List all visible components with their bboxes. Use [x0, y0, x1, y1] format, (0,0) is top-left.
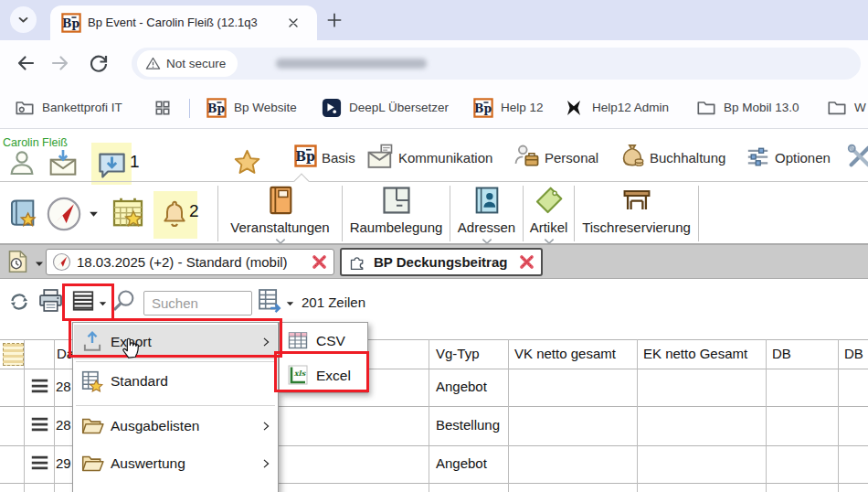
message-inbox-icon[interactable]	[96, 148, 128, 180]
column-header-db2[interactable]: DB	[844, 346, 863, 361]
submenu-item-label: Excel	[316, 358, 351, 392]
caret-down-icon[interactable]	[88, 209, 100, 220]
user-icon[interactable]	[7, 148, 37, 177]
module-kommunikation[interactable]: Kommunikation	[398, 150, 492, 166]
folder-icon[interactable]	[827, 98, 847, 118]
reload-icon[interactable]	[88, 52, 110, 74]
folder-open-icon	[80, 452, 104, 476]
cell-date: 28	[56, 379, 71, 394]
deepl-icon[interactable]	[322, 98, 342, 118]
history-doc-icon[interactable]	[5, 249, 30, 274]
bookmark-bankettprofi-it[interactable]: Bankettprofi IT	[42, 101, 122, 114]
tab-search-button[interactable]	[10, 6, 37, 33]
search-input[interactable]	[143, 291, 252, 316]
tools-icon[interactable]	[847, 144, 868, 169]
bookmark-help12[interactable]: Help 12	[501, 101, 544, 114]
column-header-vg-typ[interactable]: Vg-Typ	[436, 346, 480, 361]
doc-tab-deckungsbeitrag[interactable]: BP Deckungsbeitrag	[340, 248, 543, 276]
alerts-badge: 2	[189, 201, 199, 221]
favorites-book-icon[interactable]	[7, 198, 38, 229]
navigator-icon[interactable]	[46, 196, 82, 232]
menu-item-ausgabelisten[interactable]: Ausgabelisten	[74, 409, 277, 444]
submenu-item-csv[interactable]: CSV	[281, 324, 366, 358]
browser-tab[interactable]: Bp Bp Event - Carolin Fleiß (12.1q3	[50, 5, 317, 40]
mail-inbox-icon[interactable]	[46, 148, 80, 177]
apps-grid-icon[interactable]	[153, 99, 172, 117]
chevron-down-icon	[15, 11, 32, 28]
ribbon-adressen[interactable]: Adressen	[450, 184, 523, 242]
row-menu-icon[interactable]	[27, 453, 52, 473]
close-tab-icon[interactable]	[311, 253, 328, 271]
kommunikation-icon	[366, 143, 394, 170]
doc-tab-standard[interactable]: 18.03.2025 (+2) - Standard (mobil)	[46, 249, 334, 275]
grid-menu-icon[interactable]	[71, 289, 95, 313]
buchhaltung-icon	[619, 142, 646, 169]
bookmark-w[interactable]: W	[854, 101, 866, 114]
ribbon-label: Raumbelegung	[343, 219, 450, 235]
menu-item-label: Buchhaltung	[111, 484, 189, 492]
caret-down-icon[interactable]	[285, 299, 295, 309]
forward-icon[interactable]	[49, 52, 71, 74]
ribbon-raumbelegung[interactable]: Raumbelegung	[343, 184, 450, 242]
favorites-star-icon[interactable]	[232, 147, 262, 177]
export-grid-icon[interactable]	[257, 287, 283, 314]
row-menu-icon[interactable]	[27, 414, 52, 434]
bookmark-help12-admin[interactable]: Help12 Admin	[592, 101, 669, 114]
printer-icon[interactable]	[37, 287, 64, 314]
refresh-icon[interactable]	[7, 290, 31, 314]
folder-gear-icon[interactable]	[15, 98, 35, 118]
folder-icon[interactable]	[696, 98, 716, 118]
bookmark-bp-website[interactable]: Bp Website	[234, 101, 297, 114]
address-bar[interactable]: Not secure	[132, 48, 861, 80]
submenu-item-excel[interactable]: xls Excel	[281, 358, 366, 392]
grid-context-menu: Export Standard Ausgabelisten Auswertung…	[72, 322, 279, 492]
menu-item-export[interactable]: Export	[74, 325, 277, 359]
caret-down-icon[interactable]	[98, 299, 108, 309]
bp-bookmark-icon[interactable]: Bp	[206, 98, 227, 118]
security-label: Not secure	[166, 57, 226, 70]
personal-icon	[513, 143, 540, 169]
doc-tab-label: BP Deckungsbeitrag	[374, 254, 507, 270]
module-buchhaltung[interactable]: Buchhaltung	[650, 150, 725, 166]
user-name: Carolin Fleiß	[3, 136, 68, 149]
ribbon-artikel[interactable]: Artikel	[524, 184, 574, 242]
module-personal[interactable]: Personal	[545, 150, 598, 166]
bp-favicon-icon: Bp	[61, 13, 81, 33]
tab-close-icon[interactable]	[286, 16, 301, 30]
cell-date: 28	[56, 417, 71, 433]
bp-help-icon[interactable]: Bp	[473, 98, 493, 118]
column-header-db[interactable]: DB	[772, 346, 791, 361]
bookmarks-bar: Bankettprofi IT Bp Bp Website DeepL Über…	[0, 88, 868, 129]
chevron-down-icon	[480, 234, 494, 243]
new-tab-icon[interactable]	[325, 11, 344, 29]
column-header-vk-netto[interactable]: VK netto gesamt	[514, 346, 616, 361]
menu-item-buchhaltung[interactable]: Buchhaltung	[74, 484, 277, 492]
row-menu-icon[interactable]	[27, 376, 52, 396]
column-header-ek-netto[interactable]: EK netto Gesamt	[643, 346, 747, 361]
module-basis[interactable]: Basis	[322, 150, 355, 166]
puzzle-icon	[348, 252, 367, 272]
close-tab-icon[interactable]	[518, 253, 535, 271]
cell-type: Bestellung	[436, 417, 500, 433]
ribbon-veranstaltungen[interactable]: Veranstaltungen	[218, 184, 342, 242]
export-submenu: CSV xls Excel	[279, 322, 368, 393]
module-optionen[interactable]: Optionen	[775, 150, 831, 166]
grid-header-menu-icon[interactable]	[3, 343, 24, 366]
chevron-down-icon	[542, 234, 556, 243]
bell-icon[interactable]	[160, 198, 189, 230]
menu-item-label: Auswertung	[111, 446, 185, 481]
back-icon[interactable]	[15, 52, 37, 74]
chevron-down-icon	[273, 234, 288, 243]
bookmark-deepl[interactable]: DeepL Übersetzer	[349, 101, 449, 114]
menu-item-auswertung[interactable]: Auswertung	[74, 446, 277, 481]
caret-down-icon[interactable]	[34, 259, 45, 270]
ribbon-label: Veranstaltungen	[218, 219, 342, 235]
veranstaltungen-icon	[265, 185, 296, 216]
bookmark-bp-mobil[interactable]: Bp Mobil 13.0	[724, 101, 799, 114]
calendar-star-icon[interactable]	[111, 196, 144, 229]
search-icon[interactable]	[111, 288, 137, 314]
menu-item-standard[interactable]: Standard	[74, 364, 277, 399]
security-chip[interactable]: Not secure	[137, 50, 238, 77]
ribbon-tischreservierung[interactable]: Tischreservierung	[575, 184, 698, 242]
help12-admin-icon[interactable]	[563, 97, 585, 119]
